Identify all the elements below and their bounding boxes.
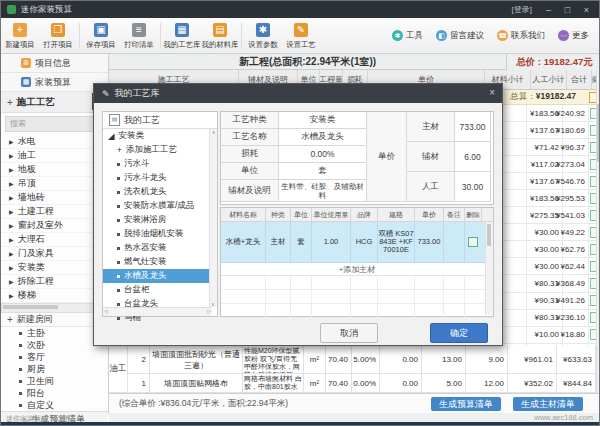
sidebar-room-厨房[interactable]: 厨房 xyxy=(1,363,108,375)
main-price-cell: 0.00 xyxy=(380,374,422,392)
tree-item-安装淋浴房[interactable]: 安装淋浴房 xyxy=(103,213,217,227)
dialog-close-icon[interactable]: × xyxy=(489,87,495,98)
add-room-icon: + xyxy=(7,314,13,325)
delete-icon[interactable] xyxy=(468,237,478,247)
toolbar-button-label: 打开项目 xyxy=(43,39,72,49)
tree-item-污水斗龙头[interactable]: 污水斗龙头 xyxy=(103,171,217,185)
toolbar-button-设置工艺[interactable]: ✎设置工艺 xyxy=(282,21,320,50)
budget-row[interactable]: 1墙面顶面贴网格布网格布墙面材料 白胶，中南801胶水m²70.400.00%0… xyxy=(128,374,596,393)
search-input[interactable]: 搜索 xyxy=(5,116,104,132)
website-link[interactable]: www.aec188.com xyxy=(534,413,593,422)
sidebar-category-门及家具[interactable]: ▶门及家具 xyxy=(1,247,108,261)
empty-cell xyxy=(312,304,351,317)
sidebar-status: 迷你家装预算 2017R1 xyxy=(1,414,109,422)
tree-parent-安装类[interactable]: ◢ 安装类 xyxy=(103,129,217,143)
sidebar-item-budget[interactable]: ▦ 家装预算 xyxy=(1,73,108,92)
sidebar-room-主卧[interactable]: 主卧 xyxy=(1,327,108,339)
login-button[interactable]: [登录] xyxy=(512,4,532,15)
toolbar-button-联系我们[interactable]: ☎联系我们 xyxy=(497,30,545,42)
sidebar-room-自定义[interactable]: 自定义 xyxy=(1,399,108,411)
toolbar-button-工具[interactable]: ✱工具 xyxy=(392,30,423,42)
toolbar-button-打开项目[interactable]: ❒打开项目 xyxy=(39,21,77,50)
sidebar-category-地板[interactable]: ▶地板 xyxy=(1,163,108,177)
craft-form-grid: 工艺种类安装类工艺名称水槽及龙头损耗0.00%单位套辅材及说明生料带、硅胶、及辅… xyxy=(220,111,494,205)
budget-row[interactable]: 2墙面顶面批刮砂光（普通三遍）性能M20环保型腻胶粉 双飞/百得无甲醛环保胶水，… xyxy=(128,346,596,374)
sidebar-item-project-info[interactable]: ≣ 项目信息 xyxy=(1,54,108,73)
sidebar-hscrollbar[interactable] xyxy=(1,303,108,313)
tree-add-craft[interactable]: +添加施工工艺 xyxy=(103,143,217,157)
main-vscrollbar[interactable] xyxy=(596,70,600,393)
empty-cell xyxy=(351,290,378,303)
labor-price-cell: 9.00 xyxy=(466,346,508,373)
toolbar-button-更多[interactable]: ⋯更多 xyxy=(558,30,589,42)
sidebar-category-安装类[interactable]: ▶安装类 xyxy=(1,261,108,275)
material-row[interactable]: 水槽+龙头主材套1.00HCG双槽 KS07843E +KF70010E733.… xyxy=(221,222,493,263)
tree-hscrollbar[interactable]: ◁▷ xyxy=(103,307,212,316)
category-label: 吊顶 xyxy=(18,177,36,190)
toolbar-button-留言建议[interactable]: ◧留言建议 xyxy=(436,30,484,42)
toolbar-button-新建项目[interactable]: +新建项目 xyxy=(1,21,39,50)
scroll-right-icon[interactable]: ▷ xyxy=(207,308,211,316)
sidebar-room-次卧[interactable]: 次卧 xyxy=(1,339,108,351)
minimize-button[interactable]: – xyxy=(540,3,557,16)
tree-item-热水器安装[interactable]: 热水器安装 xyxy=(103,241,217,255)
tree-item-安装防水膜罩/成品[interactable]: 安装防水膜罩/成品 xyxy=(103,199,217,213)
toolbar-button-我的工艺库[interactable]: ▦我的工艺库 xyxy=(163,21,201,50)
form-value-main-mat: 733.00 xyxy=(455,112,491,142)
sidebar-category-水电[interactable]: ▶水电 xyxy=(1,135,108,149)
toolbar-button-设置参数[interactable]: ✱设置参数 xyxy=(244,21,282,50)
feedback-icon: ◧ xyxy=(436,30,447,41)
gen-material-list-button[interactable]: 生成主材清单 xyxy=(513,397,583,411)
aux-price-cell: 5.00 xyxy=(422,374,466,392)
description-cell: 性能M20环保型腻胶粉 双飞/百得无甲醛环保胶水，网格白胶墙裂纸胶带，砂皮，刷涂… xyxy=(243,346,304,373)
sidebar-category-拆除工程[interactable]: ▶拆除工程 xyxy=(1,275,108,289)
add-material-row[interactable]: +添加主材 xyxy=(221,263,493,276)
sidebar-category-楼梯[interactable]: ▶楼梯 xyxy=(1,289,108,303)
materials-vscroll-thumb[interactable] xyxy=(487,224,491,246)
cancel-button[interactable]: 取消 xyxy=(320,323,378,343)
close-button[interactable]: × xyxy=(578,3,595,16)
tree-item-水槽及龙头[interactable]: 水槽及龙头 xyxy=(103,269,217,283)
bullet-icon xyxy=(117,275,120,278)
sidebar-category-窗封及室外[interactable]: ▶窗封及室外 xyxy=(1,219,108,233)
empty-cell xyxy=(266,276,291,289)
bullet-icon xyxy=(117,163,120,166)
scroll-left-icon[interactable]: ◁ xyxy=(104,308,108,316)
empty-row xyxy=(221,304,493,318)
page-icon: ▤ xyxy=(109,114,120,126)
sidebar-category-吊顶[interactable]: ▶吊顶 xyxy=(1,177,108,191)
gen-budget-list-button[interactable]: 生成预算清单 xyxy=(431,397,501,411)
sidebar-craft-header[interactable]: + 施工工艺 ✎ xyxy=(1,92,108,113)
sidebar-category-墙地砖[interactable]: ▶墙地砖 xyxy=(1,191,108,205)
toolbar-button-我的材料库[interactable]: ▤我的材料库 xyxy=(201,21,239,50)
empty-cell xyxy=(465,290,481,303)
tree-item-台盆柜[interactable]: 台盆柜 xyxy=(103,283,217,297)
maximize-button[interactable]: □ xyxy=(559,3,576,16)
sidebar-item-label: 家装预算 xyxy=(35,76,71,89)
sidebar-category-土建工程[interactable]: ▶土建工程 xyxy=(1,205,108,219)
sidebar-room-阳台[interactable]: 阳台 xyxy=(1,387,108,399)
total-cell: ¥49.22 xyxy=(563,224,589,240)
tree-item-洗衣机龙头[interactable]: 洗衣机龙头 xyxy=(103,185,217,199)
sidebar-category-大理石[interactable]: ▶大理石 xyxy=(1,233,108,247)
tree-item-脱排油烟机安装[interactable]: 脱排油烟机安装 xyxy=(103,227,217,241)
toolbar-separator xyxy=(160,23,161,49)
hscroll-thumb[interactable] xyxy=(3,305,58,309)
tree-item-燃气灶安装[interactable]: 燃气灶安装 xyxy=(103,255,217,269)
bullet-icon xyxy=(19,344,22,347)
materials-vscrollbar[interactable] xyxy=(485,222,493,315)
material-column-备注: 备注 xyxy=(444,208,465,221)
add-craft-icon[interactable]: + xyxy=(7,97,13,108)
sidebar-category-油工[interactable]: ▶油工 xyxy=(1,149,108,163)
sidebar-room-客厅[interactable]: 客厅 xyxy=(1,351,108,363)
tree-vscrollbar[interactable]: ∧∨ xyxy=(209,129,217,307)
save-project-icon: ▣ xyxy=(94,23,108,37)
toolbar-button-label: 我的材料库 xyxy=(202,39,239,49)
tree-item-污水斗[interactable]: 污水斗 xyxy=(103,157,217,171)
toolbar-button-打印清单[interactable]: ≡打印清单 xyxy=(120,21,158,50)
sidebar-new-room[interactable]: + 新建房间 xyxy=(1,313,108,327)
ok-button[interactable]: 确定 xyxy=(430,323,488,343)
sidebar-room-卫生间[interactable]: 卫生间 xyxy=(1,375,108,387)
toolbar-button-label: 工具 xyxy=(406,30,423,42)
toolbar-button-保存项目[interactable]: ▣保存项目 xyxy=(82,21,120,50)
